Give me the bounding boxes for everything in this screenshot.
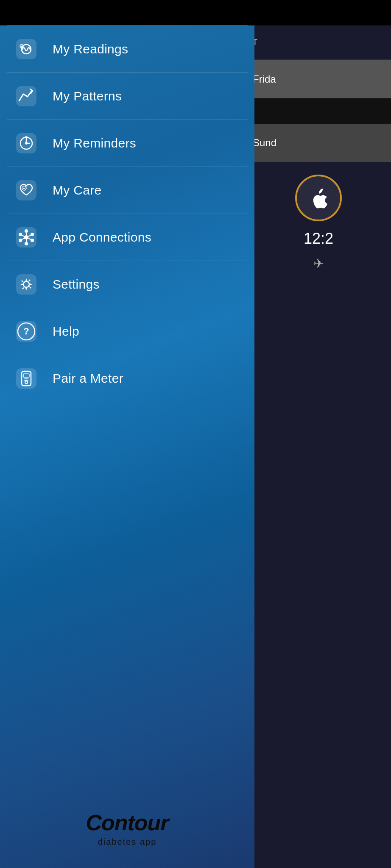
sidebar-item-my-readings[interactable]: My Readings bbox=[0, 26, 254, 72]
meter-icon bbox=[13, 365, 40, 392]
sidebar-item-my-patterns[interactable]: My Patterns bbox=[0, 73, 254, 120]
drawer-spacer bbox=[0, 402, 254, 810]
care-icon bbox=[13, 177, 40, 204]
sidebar-item-pair-a-meter[interactable]: Pair a Meter bbox=[0, 355, 254, 402]
sidebar-item-app-connections[interactable]: App Connections bbox=[0, 214, 254, 261]
sidebar-item-my-care[interactable]: My Care bbox=[0, 167, 254, 214]
connections-icon bbox=[13, 224, 40, 251]
help-label: Help bbox=[53, 324, 79, 339]
my-patterns-label: My Patterns bbox=[53, 89, 122, 103]
sidebar-item-settings[interactable]: Settings bbox=[0, 261, 254, 308]
friday-section: Frida bbox=[246, 60, 391, 98]
my-readings-label: My Readings bbox=[53, 42, 128, 56]
airplane-icon: ✈ bbox=[313, 256, 324, 271]
contour-sub-text: diabetes app bbox=[98, 837, 157, 847]
drawer-footer: Contour diabetes app bbox=[0, 810, 254, 868]
help-icon: ? bbox=[13, 318, 40, 345]
right-panel-title-area: T bbox=[246, 25, 391, 59]
svg-text:?: ? bbox=[23, 326, 29, 337]
svg-rect-0 bbox=[16, 39, 36, 59]
time-display: 12:2 bbox=[304, 230, 333, 248]
my-reminders-label: My Reminders bbox=[53, 136, 136, 150]
friday-label: Frida bbox=[253, 73, 276, 85]
status-bar bbox=[0, 0, 391, 25]
contour-logo: Contour bbox=[86, 810, 168, 835]
sidebar-item-help[interactable]: ? Help bbox=[0, 308, 254, 355]
settings-label: Settings bbox=[53, 277, 100, 292]
svg-point-14 bbox=[24, 235, 28, 239]
sunday-section: Sund bbox=[246, 124, 391, 162]
svg-point-15 bbox=[25, 229, 28, 233]
pair-a-meter-label: Pair a Meter bbox=[53, 371, 123, 386]
my-care-label: My Care bbox=[53, 183, 101, 198]
svg-point-16 bbox=[25, 242, 28, 245]
app-connections-label: App Connections bbox=[53, 230, 151, 245]
sunday-label: Sund bbox=[253, 137, 276, 149]
right-panel: T Frida Sund 12:2 ✈ bbox=[246, 0, 391, 868]
reminders-icon bbox=[13, 130, 40, 157]
patterns-icon bbox=[13, 83, 40, 110]
settings-icon bbox=[13, 271, 40, 298]
svg-rect-27 bbox=[16, 274, 36, 295]
sidebar-item-my-reminders[interactable]: My Reminders bbox=[0, 120, 254, 167]
dark-band bbox=[246, 98, 391, 124]
readings-icon bbox=[13, 36, 40, 63]
apple-icon-circle bbox=[295, 175, 342, 221]
svg-rect-11 bbox=[16, 180, 36, 200]
right-panel-main: 12:2 ✈ bbox=[246, 162, 391, 868]
navigation-drawer: My Readings My Patterns My R bbox=[0, 25, 254, 868]
apple-icon bbox=[307, 186, 330, 209]
